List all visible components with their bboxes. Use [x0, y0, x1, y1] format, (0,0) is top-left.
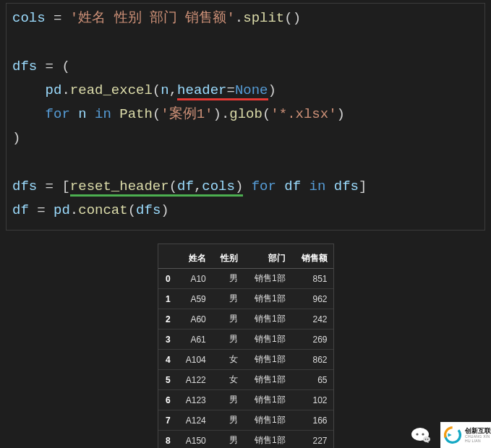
cell-sex: 男 [212, 269, 244, 289]
code-token [12, 106, 46, 122]
logo-title: 创新互联 [465, 428, 491, 434]
table-row: 8A150男销售1部227 [158, 431, 333, 448]
code-keyword: in [95, 106, 111, 122]
cell-sex: 男 [212, 431, 244, 448]
table-row: 0A10男销售1部851 [158, 269, 333, 289]
cell-name: A124 [176, 410, 212, 431]
code-token: ) [161, 202, 168, 218]
cell-sales: 862 [291, 350, 333, 370]
logo-icon [443, 426, 462, 444]
code-token [301, 178, 309, 194]
cell-dept: 销售1部 [244, 289, 291, 309]
row-index: 4 [158, 350, 176, 370]
code-keyword: for [252, 178, 276, 194]
cell-sales: 962 [291, 289, 333, 309]
cell-name: A60 [176, 309, 212, 329]
code-token [12, 82, 46, 98]
table-row: 2A60男销售1部242 [158, 309, 333, 329]
svg-point-1 [416, 433, 418, 435]
cell-sales: 851 [291, 269, 333, 289]
table-row: 7A124男销售1部166 [158, 410, 333, 431]
cell-dept: 销售1部 [244, 370, 291, 390]
table-header-row: 姓名 性别 部门 销售额 [158, 249, 333, 269]
underline-green: reset_header(df,cols) [70, 178, 243, 197]
cell-dept: 销售1部 [244, 269, 291, 289]
code-token: . [61, 82, 69, 98]
code-token: concat [78, 202, 127, 218]
brand-logo[interactable]: 创新互联 CHUANG XIN HU LIAN [440, 422, 491, 448]
cell-name: A122 [176, 370, 212, 390]
table-row: 1A59男销售1部962 [158, 289, 333, 309]
cell-dept: 销售1部 [244, 350, 291, 370]
code-token [111, 106, 119, 122]
code-block: cols = '姓名 性别 部门 销售额'.split() dfs = ( pd… [6, 3, 485, 231]
cell-name: A123 [176, 390, 212, 410]
cell-sex: 男 [212, 390, 244, 410]
cell-dept: 销售1部 [244, 329, 291, 350]
code-token: = [29, 202, 54, 218]
code-token: dfs [136, 202, 161, 218]
code-token: = [ [37, 178, 70, 194]
cell-name: A10 [176, 269, 212, 289]
dataframe-table: 姓名 性别 部门 销售额 0A10男销售1部8511A59男销售1部9622A6… [158, 244, 334, 448]
code-token: ] [359, 178, 367, 194]
code-token: ) [337, 106, 345, 122]
row-index: 5 [158, 370, 176, 390]
code-token: Path [119, 106, 153, 122]
logo-subtitle: CHUANG XIN HU LIAN [465, 434, 491, 443]
code-token: . [235, 10, 243, 26]
svg-point-5 [427, 439, 429, 440]
code-token: ). [213, 106, 230, 122]
code-token: ) [268, 82, 276, 98]
row-index: 0 [158, 269, 176, 289]
cell-sex: 男 [212, 410, 244, 431]
code-token: n [161, 82, 168, 98]
code-token: = ( [37, 59, 70, 74]
cell-name: A150 [176, 431, 212, 448]
table-row: 6A123男销售1部102 [158, 390, 333, 410]
cell-dept: 销售1部 [244, 309, 291, 329]
code-token: dfs [12, 178, 37, 194]
code-token [243, 178, 251, 194]
code-string: '姓名 性别 部门 销售额' [70, 10, 235, 26]
code-token: , [169, 82, 177, 98]
code-token: dfs [334, 178, 359, 194]
cell-sex: 男 [212, 289, 244, 309]
underline-red: header=None [177, 82, 268, 100]
code-token: glob [229, 106, 262, 122]
cell-dept: 销售1部 [244, 410, 291, 431]
table-row: 4A104女销售1部862 [158, 350, 333, 370]
row-index: 1 [158, 289, 176, 309]
cell-name: A61 [176, 329, 212, 350]
code-token: pd [54, 202, 70, 218]
code-token: () [284, 10, 301, 26]
cell-dept: 销售1部 [244, 431, 291, 448]
cell-sales: 166 [291, 410, 333, 431]
table-header [158, 249, 176, 269]
chat-icon[interactable] [410, 426, 430, 444]
cell-sex: 男 [212, 309, 244, 329]
code-string: '案例1' [161, 106, 213, 122]
code-token: ( [262, 106, 270, 122]
row-index: 7 [158, 410, 176, 431]
code-token: ( [153, 106, 161, 122]
cell-name: A104 [176, 350, 212, 370]
cell-sales: 269 [291, 329, 333, 350]
code-token [70, 106, 78, 122]
row-index: 3 [158, 329, 176, 350]
cell-name: A59 [176, 289, 212, 309]
code-token: dfs [12, 59, 37, 74]
cell-sales: 227 [291, 431, 333, 448]
code-token: split [243, 10, 284, 26]
code-token: cols [12, 10, 46, 26]
code-token [87, 106, 95, 122]
row-index: 6 [158, 390, 176, 410]
cell-sex: 女 [212, 370, 244, 390]
code-token: df [284, 178, 301, 194]
code-token: . [70, 202, 78, 218]
svg-point-3 [423, 436, 430, 442]
code-token: read_excel [70, 82, 153, 98]
code-token: ( [153, 82, 161, 98]
row-index: 8 [158, 431, 176, 448]
table-header: 部门 [244, 249, 291, 269]
